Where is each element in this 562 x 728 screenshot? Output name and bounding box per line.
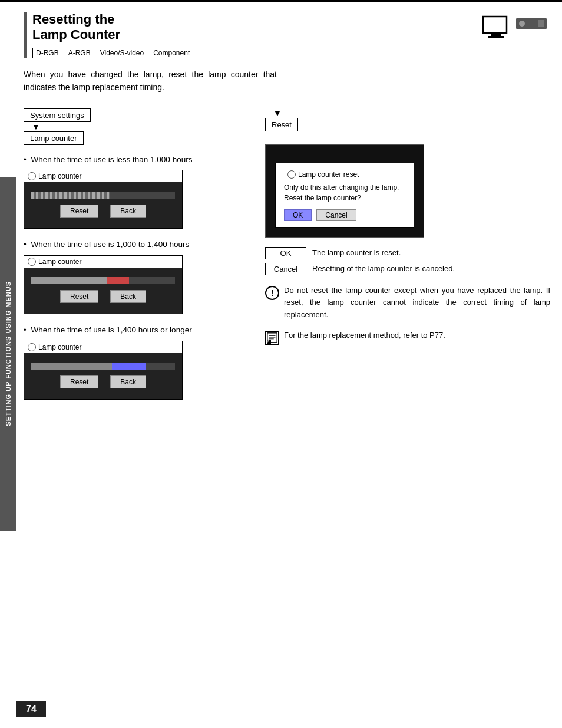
warning-icon: ! <box>265 286 279 300</box>
back-button-2[interactable]: Back <box>110 290 146 303</box>
subsection-2-title: • When the time of use is 1,000 to 1,400… <box>24 239 253 251</box>
compatibility-badges: D-RGB A-RGB Video/S-video Component <box>32 48 472 58</box>
reset-nav-arrow: ▼ <box>273 108 282 118</box>
progress-bar-container-1 <box>31 192 175 199</box>
dialog-message: Only do this after changing the lamp. Re… <box>284 182 405 203</box>
reset-button-3[interactable]: Reset <box>60 375 98 388</box>
lamp-counter-inner-1: Reset Back <box>24 182 182 228</box>
lamp-counter-inner-2: Reset Back <box>24 268 182 314</box>
lamp-icon-3 <box>28 343 36 351</box>
badge-component: Component <box>150 48 193 58</box>
dialog-box: Lamp counter reset Only do this after ch… <box>265 144 424 238</box>
monitor-icon <box>482 14 510 42</box>
right-column: ▼ Reset Lamp counter reset Only do this … <box>265 108 550 411</box>
dialog-lamp-icon <box>287 170 296 179</box>
left-column: System settings ▼ Lamp counter • When th… <box>24 108 253 411</box>
ok-cancel-table: OK The lamp counter is reset. Cancel Res… <box>265 247 550 275</box>
dialog-ok-button[interactable]: OK <box>284 209 312 221</box>
header-title: Resetting the Lamp Counter D-RGB A-RGB V… <box>32 12 472 58</box>
lamp-counter-box-2: Lamp counter Reset Back <box>24 255 183 314</box>
warning-text: Do not reset the lamp counter except whe… <box>284 285 550 321</box>
two-column-layout: System settings ▼ Lamp counter • When th… <box>24 108 550 411</box>
navigation-box: System settings ▼ Lamp counter <box>24 108 91 145</box>
svg-rect-0 <box>483 17 507 33</box>
header-icons <box>482 14 550 42</box>
progress-bar-container-2 <box>31 277 175 284</box>
note-icon <box>265 331 279 345</box>
subsection-3-title: • When the time of use is 1,400 hours or… <box>24 325 253 336</box>
lamp-counter-title-1: Lamp counter <box>24 170 182 182</box>
page-container: SETTING UP FUNCTIONS USING MENUS 74 Rese… <box>0 0 562 728</box>
progress-bar-1 <box>31 192 110 199</box>
badge-argb: A-RGB <box>65 48 94 58</box>
btn-row-3: Reset Back <box>31 375 175 393</box>
back-button-1[interactable]: Back <box>110 205 146 218</box>
subsection-2: • When the time of use is 1,000 to 1,400… <box>24 239 253 314</box>
note-text: For the lamp replacement method, refer t… <box>284 330 445 342</box>
progress-bar-container-3 <box>31 363 175 370</box>
reset-button-2[interactable]: Reset <box>60 290 98 303</box>
cancel-description: Resetting of the lamp counter is cancele… <box>312 263 455 275</box>
subsection-1: • When the time of use is less than 1,00… <box>24 154 253 229</box>
svg-rect-2 <box>488 36 504 38</box>
back-button-3[interactable]: Back <box>110 375 146 388</box>
dialog-buttons: OK Cancel <box>284 209 405 221</box>
svg-rect-1 <box>491 33 501 36</box>
lamp-counter-title-2: Lamp counter <box>24 256 182 268</box>
note-icon-svg <box>266 331 278 344</box>
reset-button-1[interactable]: Reset <box>60 205 98 218</box>
reset-nav-box: ▼ Reset <box>265 108 298 131</box>
lamp-icon-2 <box>28 258 36 266</box>
warning-section: ! Do not reset the lamp counter except w… <box>265 285 550 321</box>
nav-arrow-down: ▼ <box>32 122 40 131</box>
progress-bar-3-accent <box>112 363 147 370</box>
dialog-title-text: Lamp counter reset <box>298 170 359 179</box>
ok-description: The lamp counter is reset. <box>312 247 401 259</box>
svg-rect-5 <box>538 20 544 27</box>
progress-bar-2-accent <box>107 277 128 284</box>
subsection-3: • When the time of use is 1,400 hours or… <box>24 325 253 400</box>
ok-label: OK <box>265 247 306 259</box>
top-border <box>0 0 562 2</box>
projector-icon <box>515 14 550 33</box>
btn-row-1: Reset Back <box>31 205 175 222</box>
reset-nav-item: Reset <box>265 118 298 131</box>
dialog-window: Lamp counter reset Only do this after ch… <box>275 163 414 228</box>
dialog-cancel-button[interactable]: Cancel <box>316 209 356 221</box>
lamp-counter-inner-3: Reset Back <box>24 353 182 399</box>
progress-bar-2 <box>31 277 129 284</box>
lamp-counter-title-3: Lamp counter <box>24 341 182 353</box>
main-content: Resetting the Lamp Counter D-RGB A-RGB V… <box>24 12 550 716</box>
dialog-title-bar: Lamp counter reset <box>284 169 405 182</box>
svg-point-4 <box>519 21 525 27</box>
side-tab-text: SETTING UP FUNCTIONS USING MENUS <box>5 281 12 426</box>
lamp-counter-nav: Lamp counter <box>24 131 84 145</box>
subsection-1-title: • When the time of use is less than 1,00… <box>24 154 253 166</box>
description-text: When you have changed the lamp, reset th… <box>24 68 277 94</box>
badge-drgb: D-RGB <box>32 48 62 58</box>
note-section: For the lamp replacement method, refer t… <box>265 330 550 345</box>
page-title: Resetting the Lamp Counter <box>32 12 472 43</box>
lamp-counter-box-3: Lamp counter Reset Back <box>24 341 183 400</box>
ok-row: OK The lamp counter is reset. <box>265 247 550 259</box>
lamp-counter-box-1: Lamp counter Reset Back <box>24 170 183 229</box>
side-tab: SETTING UP FUNCTIONS USING MENUS <box>0 177 16 531</box>
btn-row-2: Reset Back <box>31 290 175 308</box>
lamp-icon-1 <box>28 172 36 180</box>
dialog-inner: Lamp counter reset Only do this after ch… <box>266 145 424 237</box>
system-settings-nav: System settings <box>24 108 91 122</box>
cancel-row: Cancel Resetting of the lamp counter is … <box>265 263 550 275</box>
progress-bar-3 <box>31 363 146 370</box>
cancel-label: Cancel <box>265 263 306 275</box>
badge-video: Video/S-video <box>97 48 148 58</box>
header-section: Resetting the Lamp Counter D-RGB A-RGB V… <box>24 12 550 58</box>
